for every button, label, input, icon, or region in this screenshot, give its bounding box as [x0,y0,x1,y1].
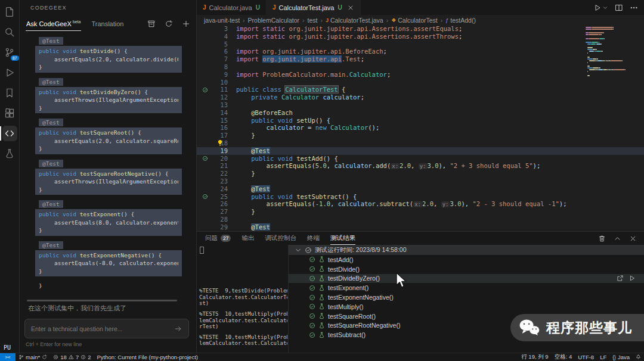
test-result-row-testdivide[interactable]: testDivide() [289,264,644,274]
panel-tab-debug-console[interactable]: 调试控制台 [265,232,296,245]
editor-tab-calculator-java[interactable]: JCalculator.javaU [197,0,267,15]
class-closing-brace: } [39,282,196,290]
output-group: %TESTE 10,testMultiply(ProblemCalculator… [199,334,287,347]
panel-tab-output[interactable]: 输出 [242,232,254,245]
panel-tab-problems[interactable]: 问题27 [205,232,231,245]
panel-tabs: 问题27输出调试控制台终端测试结果 [205,232,355,245]
run-button[interactable] [593,4,608,12]
close-icon[interactable] [629,235,637,242]
sidebar-tab-translation[interactable]: Translation [91,17,124,30]
language-mode[interactable]: {} Java [609,353,633,361]
code-snippet-testsquareroot[interactable]: @Testpublic void testSquareRoot() {asser… [35,119,196,154]
chevron-up-icon[interactable] [614,235,621,242]
indentation[interactable]: 空格: 4 [552,353,575,361]
code-snippet-testdivide[interactable]: @Testpublic void testDivide() {assertEqu… [35,37,196,73]
branch-label: main* [26,354,40,360]
code-line-21: 21 assertEquals(5.0, calculator.add(x:2.… [197,162,644,170]
send-icon[interactable] [174,325,182,333]
warning-icon [69,354,74,360]
pass-icon [309,303,315,310]
test-result-row-testmultiply[interactable]: testMultiply() [289,302,644,312]
refresh-icon[interactable] [165,20,173,28]
sidebar-tabbar: Ask CodeGeeXbetaTranslation [20,15,196,32]
annotation-chip: @Test [39,160,63,167]
split-editor-icon[interactable] [615,4,623,12]
test-result-row-testexponent[interactable]: testExponent() [289,283,644,292]
sidebar-tabs: Ask CodeGeeXbetaTranslation [26,17,124,31]
breadcrumb-item-java-unit-test[interactable]: java-unit-test [204,17,240,24]
close-icon[interactable] [347,4,354,11]
beaker-icon [318,266,325,272]
chevron-down-icon [602,5,608,11]
panel-tab-test-results[interactable]: 测试结果 [330,232,355,245]
more-actions-icon[interactable] [630,4,638,12]
code-line-17: 17 } [197,132,644,139]
problems-summary[interactable]: 18 7 2 [50,353,94,361]
encoding[interactable]: UTF-8 [575,353,597,361]
eol[interactable]: LF [597,353,609,361]
sidebar-tab-ask-codegeex[interactable]: Ask CodeGeeXbeta [26,17,81,31]
editor-tabs: JCalculator.javaUJCalculatorTest.javaU [197,0,361,15]
test-run-header[interactable]: 测试运行时间: 2023/8/9 14:58:00 [289,245,644,255]
activity-item-bookmarks[interactable] [0,83,20,103]
test-result-row-testdividebyzero[interactable]: testDivideByZero() [289,274,644,284]
question-input[interactable] [31,325,169,332]
activity-item-search[interactable] [0,22,20,42]
code-snippet-testexponent[interactable]: @Testpublic void testExponent() {assertE… [35,200,196,236]
code-line-29: 29 @Test [197,223,644,231]
cursor-position[interactable]: 行 19, 列 9 [518,353,551,361]
activity-item-testing[interactable] [0,144,20,164]
breadcrumb-item-test[interactable]: test [307,17,317,24]
run-test-icon[interactable] [628,275,636,282]
code-line-19: 19 @Test [197,147,644,155]
java-file-icon: J [326,17,329,23]
lightbulb-icon[interactable] [216,139,224,147]
line-number: 20 [213,155,228,163]
test-output-column[interactable]: %TESTE 9,testDivide(ProblemCalculator.te… [197,245,287,353]
line-number: 17 [213,132,228,139]
output-group: %TESTS 10,testMultiply(ProblemCalculator… [199,311,287,330]
test-result-row-testexponentnegative[interactable]: testExponentNegative() [289,292,644,302]
editor-tab-calculatortest-java[interactable]: JCalculatorTest.javaU [267,0,361,15]
code-line-22: 22 } [197,170,644,178]
activity-item-source-control[interactable]: 87 [0,42,20,63]
sidebar-actions [147,20,190,28]
code-snippet-testexponentnegative[interactable]: @Testpublic void testExponentNegative() … [35,241,196,277]
editor-tabbar: JCalculator.javaUJCalculatorTest.javaU [197,0,644,15]
activity-item-codegeex[interactable] [0,123,20,144]
breadcrumb-item-testadd[interactable]: ƒtestAdd() [445,17,476,24]
panel-tab-terminal[interactable]: 终端 [307,232,320,245]
code-line-9: 9import ProblemCalculator.main.Calculato… [197,71,644,79]
code-editor[interactable]: 3import static org.junit.jupiter.api.Ass… [197,25,644,231]
minimap[interactable] [586,27,640,116]
git-branch[interactable]: main* [16,353,50,361]
code-snippet-testsquarerootnegative[interactable]: @Testpublic void testSquareRootNegative(… [35,160,196,195]
breadcrumb-item-calculatortest-java[interactable]: JCalculatorTest.java [326,17,383,24]
clear-chat-icon[interactable] [147,20,156,28]
activity-item-extensions[interactable] [0,103,20,123]
new-chat-icon[interactable] [182,20,190,28]
python-interpreter[interactable]: Python: Current File (my-python-project) [94,353,200,361]
beaker-icon [318,275,325,282]
snippet-body: assertEquals(-8.0, calculator.exponent(- [39,259,178,267]
trash-icon[interactable] [598,235,606,242]
notifications[interactable] [633,353,644,361]
sidebar-scrollbar[interactable] [27,300,177,301]
activity-item-explorer[interactable] [0,2,20,22]
extensions-icon [4,108,15,119]
error-count: 18 [60,354,67,360]
breadcrumb-item-problemcalculator[interactable]: ProblemCalculator [248,17,299,24]
wechat-icon [519,319,540,337]
remote-indicator-icon[interactable]: >< [0,353,16,361]
activity-item-run-debug[interactable] [0,63,20,83]
test-result-row-testadd[interactable]: testAdd() [289,255,644,264]
line-number: 7 [213,55,228,63]
line-number: 28 [213,216,228,223]
code-snippet-testdividebyzero[interactable]: @Testpublic void testDivideByZero() {ass… [35,78,196,114]
pass-icon [309,294,315,301]
bell-icon [636,354,641,360]
beaker-icon [318,332,325,338]
line-number: 27 [213,208,228,216]
goto-test-icon[interactable] [617,275,624,282]
breadcrumb-item-calculatortest[interactable]: ❖CalculatorTest [391,17,438,24]
